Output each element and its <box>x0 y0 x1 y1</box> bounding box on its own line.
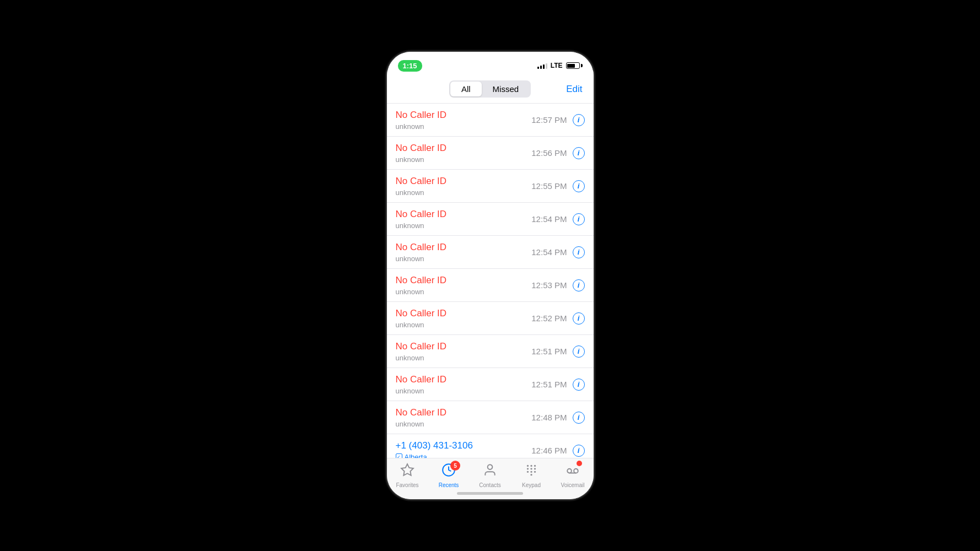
recents-icon: 5 <box>441 463 456 480</box>
call-list[interactable]: No Caller ID unknown 12:57 PM No Caller … <box>387 104 594 458</box>
status-bar: 1:15 LTE <box>387 52 594 76</box>
call-name[interactable]: +1 (403) 431-3106 <box>396 440 532 452</box>
tab-missed[interactable]: Missed <box>482 82 530 96</box>
call-info: No Caller ID unknown <box>396 341 532 361</box>
info-button[interactable] <box>573 312 585 325</box>
call-name[interactable]: No Caller ID <box>396 175 532 187</box>
call-name[interactable]: No Caller ID <box>396 341 532 353</box>
call-name[interactable]: No Caller ID <box>396 407 532 419</box>
info-button[interactable] <box>573 445 585 457</box>
call-sub: unknown <box>396 122 532 131</box>
call-location-text: Alberta <box>405 453 427 458</box>
call-info: +1 (403) 431-3106 Alberta <box>396 440 532 458</box>
svg-point-13 <box>567 469 572 473</box>
call-right: 12:51 PM <box>531 379 584 391</box>
call-item-9: No Caller ID unknown 12:51 PM <box>387 368 594 401</box>
tab-keypad-label: Keypad <box>522 482 541 488</box>
call-right: 12:55 PM <box>531 180 584 192</box>
svg-point-9 <box>527 471 529 473</box>
info-button[interactable] <box>573 147 585 159</box>
call-time: 12:54 PM <box>531 214 567 224</box>
call-sub: unknown <box>396 321 532 329</box>
call-name[interactable]: No Caller ID <box>396 241 532 253</box>
call-sub: unknown <box>396 420 532 428</box>
voicemail-icon <box>566 463 580 480</box>
tab-favorites[interactable]: Favorites <box>387 463 428 488</box>
tab-voicemail-label: Voicemail <box>561 482 585 488</box>
info-button[interactable] <box>573 246 585 258</box>
phone-frame: 1:15 LTE All Missed Edit No Caller <box>387 52 594 499</box>
call-time: 12:51 PM <box>531 347 567 356</box>
call-info: No Caller ID unknown <box>396 208 532 229</box>
tab-keypad[interactable]: Keypad <box>511 463 552 488</box>
call-name[interactable]: No Caller ID <box>396 274 532 287</box>
recents-badge: 5 <box>450 461 460 471</box>
call-sub: unknown <box>396 188 532 197</box>
keypad-icon <box>524 463 539 480</box>
call-item-3: No Caller ID unknown 12:55 PM <box>387 170 594 203</box>
lte-label: LTE <box>551 62 563 69</box>
info-button[interactable] <box>573 213 585 225</box>
call-right: 12:52 PM <box>531 312 584 325</box>
home-indicator <box>457 492 523 495</box>
call-info: No Caller ID unknown <box>396 374 532 395</box>
call-name[interactable]: No Caller ID <box>396 307 532 320</box>
call-sub: unknown <box>396 387 532 395</box>
battery-icon <box>566 62 583 69</box>
info-button[interactable] <box>573 412 585 424</box>
call-sub: unknown <box>396 288 532 296</box>
call-name[interactable]: No Caller ID <box>396 208 532 220</box>
tab-recents-label: Recents <box>439 482 459 488</box>
info-button[interactable] <box>573 180 585 192</box>
info-button[interactable] <box>573 114 585 126</box>
call-item-6: No Caller ID unknown 12:53 PM <box>387 269 594 302</box>
call-info: No Caller ID unknown <box>396 241 532 262</box>
call-right: 12:54 PM <box>531 213 584 225</box>
svg-point-14 <box>574 469 578 473</box>
call-info: No Caller ID unknown <box>396 142 532 163</box>
info-button[interactable] <box>573 345 585 358</box>
call-item-4: No Caller ID unknown 12:54 PM <box>387 203 594 236</box>
tab-all[interactable]: All <box>450 82 482 96</box>
call-sub: unknown <box>396 255 532 263</box>
call-right: 12:53 PM <box>531 279 584 291</box>
svg-point-3 <box>527 465 529 467</box>
call-time: 12:54 PM <box>531 247 567 257</box>
svg-point-10 <box>530 471 532 473</box>
call-sub: unknown <box>396 222 532 230</box>
info-button[interactable] <box>573 379 585 391</box>
status-right: LTE <box>537 62 583 69</box>
call-time: 12:53 PM <box>531 280 567 290</box>
call-name[interactable]: No Caller ID <box>396 374 532 386</box>
signal-icon <box>537 62 547 69</box>
call-time: 12:57 PM <box>531 115 567 125</box>
star-icon <box>400 463 414 480</box>
tab-recents[interactable]: 5 Recents <box>428 463 470 488</box>
call-item-8: No Caller ID unknown 12:51 PM <box>387 335 594 368</box>
info-button[interactable] <box>573 279 585 291</box>
call-right: 12:57 PM <box>531 114 584 126</box>
call-time: 12:46 PM <box>531 446 567 455</box>
svg-point-11 <box>534 471 536 473</box>
call-sub: unknown <box>396 155 532 164</box>
call-name[interactable]: No Caller ID <box>396 109 532 121</box>
call-right: 12:46 PM <box>531 445 584 457</box>
svg-point-12 <box>530 474 532 476</box>
tab-voicemail[interactable]: Voicemail <box>552 463 594 488</box>
call-info: No Caller ID unknown <box>396 274 532 295</box>
call-right: 12:48 PM <box>531 412 584 424</box>
edit-button[interactable]: Edit <box>566 84 582 95</box>
svg-point-7 <box>530 468 532 469</box>
call-right: 12:56 PM <box>531 147 584 159</box>
nav-bar: All Missed Edit <box>387 76 594 104</box>
call-item-2: No Caller ID unknown 12:56 PM <box>387 137 594 170</box>
filter-tabs: All Missed <box>449 80 531 98</box>
tab-contacts[interactable]: Contacts <box>470 463 511 488</box>
call-time: 12:55 PM <box>531 181 567 191</box>
person-icon <box>483 463 497 480</box>
call-name[interactable]: No Caller ID <box>396 142 532 154</box>
svg-point-4 <box>530 465 532 467</box>
svg-marker-0 <box>401 464 413 476</box>
call-item-10: No Caller ID unknown 12:48 PM <box>387 401 594 434</box>
call-time: 12:56 PM <box>531 148 567 158</box>
